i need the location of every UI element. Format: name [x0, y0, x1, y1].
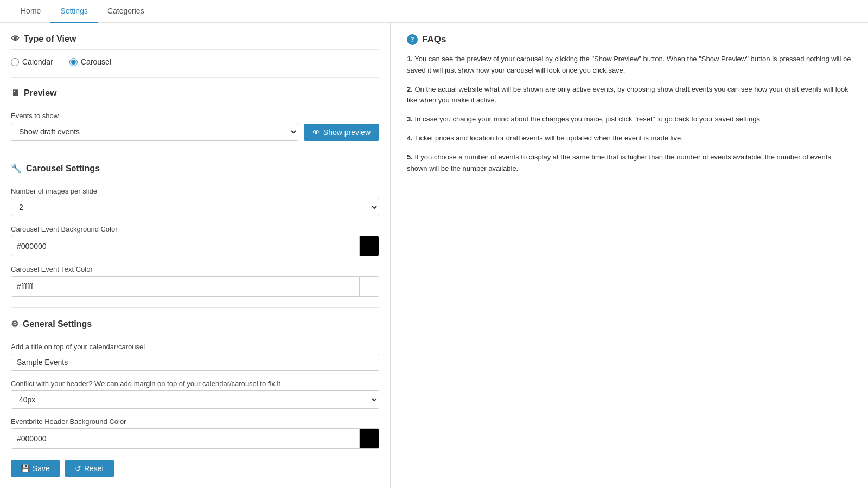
- calendar-radio[interactable]: [11, 58, 19, 66]
- right-panel: ? FAQs 1. You can see the preview of you…: [391, 23, 868, 488]
- calendar-title-field: Add a title on top of your calendar/caro…: [11, 343, 379, 371]
- images-per-slide-label: Number of images per slide: [11, 187, 379, 195]
- divider-2: [11, 152, 379, 152]
- text-color-input-wrap: #ffffff: [11, 276, 379, 297]
- show-preview-button[interactable]: 👁 Show preview: [304, 124, 379, 141]
- question-icon: ?: [407, 34, 418, 45]
- margin-label: Conflict with your header? We can add ma…: [11, 380, 379, 388]
- faq-number-3: 3.: [407, 115, 413, 123]
- monitor-icon: 🖥: [11, 88, 20, 98]
- faq-item-1: 1. You can see the preview of your carou…: [407, 54, 852, 76]
- main-layout: 👁 Type of View Calendar Carousel 🖥 Previ…: [0, 23, 868, 488]
- events-to-show-select[interactable]: Show draft events Show active events: [11, 123, 298, 141]
- faq-text-1: You can see the preview of your carousel…: [407, 55, 851, 74]
- carousel-radio[interactable]: [69, 58, 78, 66]
- eye-preview-icon: 👁: [312, 128, 320, 137]
- margin-field: Conflict with your header? We can add ma…: [11, 380, 379, 409]
- header-bg-color-input-wrap: #000000: [11, 428, 379, 449]
- faq-item-4: 4. Ticket prices and location for draft …: [407, 133, 852, 144]
- bg-color-input[interactable]: #000000: [11, 238, 359, 254]
- text-color-field: Carousel Event Text Color #ffffff: [11, 265, 379, 297]
- text-color-swatch[interactable]: [359, 277, 379, 296]
- faq-title-text: FAQs: [422, 34, 446, 45]
- carousel-label: Carousel: [81, 57, 111, 66]
- faq-title: ? FAQs: [407, 34, 852, 45]
- show-preview-label: Show preview: [323, 128, 371, 137]
- preview-title: Preview: [24, 88, 56, 98]
- wrench-icon: 🔧: [11, 163, 22, 174]
- faq-number-4: 4.: [407, 134, 413, 142]
- text-color-label: Carousel Event Text Color: [11, 265, 379, 273]
- preview-section-header: 🖥 Preview: [11, 88, 379, 104]
- calendar-title-input[interactable]: Sample Events: [11, 354, 379, 371]
- type-of-view-section-header: 👁 Type of View: [11, 34, 379, 50]
- header-bg-color-field: Eventbrite Header Background Color #0000…: [11, 418, 379, 449]
- events-to-show-label: Events to show: [11, 112, 379, 120]
- faq-text-4: Ticket prices and location for draft eve…: [414, 134, 683, 142]
- nav-bar: Home Settings Categories: [0, 0, 868, 23]
- faq-number-1: 1.: [407, 55, 413, 63]
- images-per-slide-select[interactable]: 1 2 3 4 5: [11, 198, 379, 216]
- faq-item-5: 5. If you choose a number of events to d…: [407, 152, 852, 175]
- calendar-title-label: Add a title on top of your calendar/caro…: [11, 343, 379, 351]
- faq-text-5: If you choose a number of events to disp…: [407, 153, 831, 172]
- reset-label: Reset: [84, 464, 104, 473]
- bg-color-label: Carousel Event Background Color: [11, 225, 379, 233]
- general-settings-section-header: ⚙ General Settings: [11, 319, 379, 335]
- reset-button[interactable]: ↺ Reset: [65, 460, 114, 477]
- faq-item-3: 3. In case you change your mind about th…: [407, 114, 852, 125]
- carousel-radio-label[interactable]: Carousel: [69, 57, 111, 66]
- bg-color-field: Carousel Event Background Color #000000: [11, 225, 379, 256]
- save-label: Save: [33, 464, 50, 473]
- carousel-settings-title: Carousel Settings: [26, 164, 100, 174]
- general-settings-title: General Settings: [23, 319, 92, 329]
- faq-number-2: 2.: [407, 85, 413, 93]
- header-bg-color-label: Eventbrite Header Background Color: [11, 418, 379, 426]
- bg-color-swatch[interactable]: [359, 236, 379, 256]
- reset-icon: ↺: [75, 464, 81, 473]
- faq-text-2: On the actual website what will be shown…: [407, 85, 848, 105]
- header-bg-color-swatch[interactable]: [359, 429, 379, 448]
- divider-1: [11, 77, 379, 78]
- nav-tab-home[interactable]: Home: [11, 0, 50, 23]
- eye-icon: 👁: [11, 34, 20, 44]
- faq-text-3: In case you change your mind about the c…: [414, 115, 760, 123]
- events-to-show-field: Events to show Show draft events Show ac…: [11, 112, 379, 141]
- divider-3: [11, 307, 379, 308]
- gear-icon: ⚙: [11, 319, 18, 329]
- preview-row: Show draft events Show active events 👁 S…: [11, 123, 379, 141]
- faq-number-5: 5.: [407, 153, 413, 161]
- type-of-view-title: Type of View: [24, 34, 76, 44]
- faq-item-2: 2. On the actual website what will be sh…: [407, 84, 852, 107]
- calendar-label: Calendar: [22, 57, 53, 66]
- margin-select[interactable]: 0px 10px 20px 30px 40px 50px 60px 70px 8…: [11, 390, 379, 409]
- images-per-slide-field: Number of images per slide 1 2 3 4 5: [11, 187, 379, 216]
- nav-tab-settings[interactable]: Settings: [50, 0, 98, 23]
- calendar-radio-label[interactable]: Calendar: [11, 57, 53, 66]
- events-to-show-select-wrap: Show draft events Show active events: [11, 123, 298, 141]
- nav-tab-categories[interactable]: Categories: [98, 0, 154, 23]
- header-bg-color-input[interactable]: #000000: [11, 431, 359, 447]
- save-button[interactable]: 💾 Save: [11, 460, 60, 477]
- view-type-radio-group: Calendar Carousel: [11, 57, 379, 66]
- save-icon: 💾: [21, 464, 30, 473]
- text-color-input[interactable]: #ffffff: [11, 278, 359, 294]
- bg-color-input-wrap: #000000: [11, 236, 379, 256]
- action-buttons: 💾 Save ↺ Reset: [11, 460, 379, 477]
- left-panel: 👁 Type of View Calendar Carousel 🖥 Previ…: [0, 23, 391, 488]
- carousel-settings-section-header: 🔧 Carousel Settings: [11, 163, 379, 179]
